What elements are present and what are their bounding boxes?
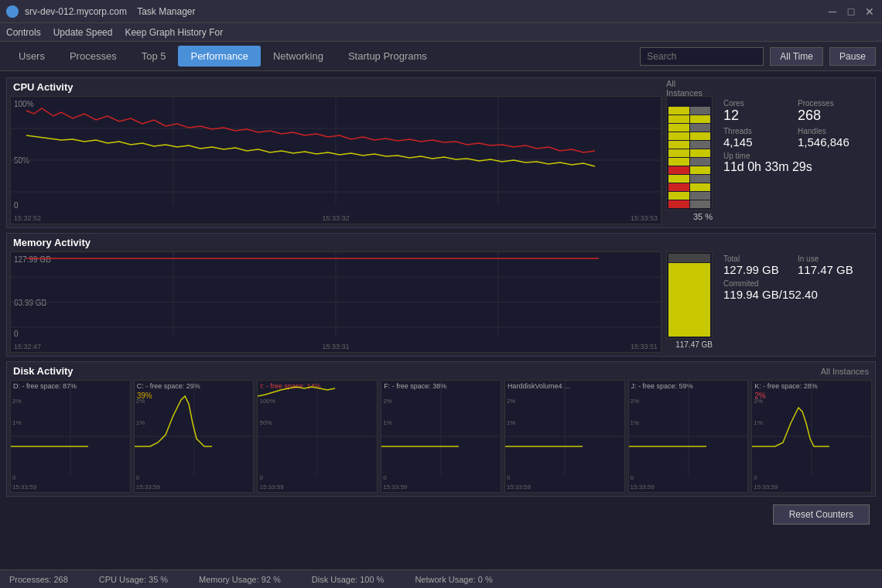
total-value: 127.99 GB bbox=[723, 263, 779, 276]
tab-users[interactable]: Users bbox=[6, 46, 57, 67]
toolbar-right: All Time Pause bbox=[640, 47, 876, 66]
memory-bar-area: 117.47 GB bbox=[666, 251, 713, 353]
handles-label: Handles bbox=[798, 127, 866, 135]
handles-value: 1,546,846 bbox=[798, 135, 850, 149]
server-name: srv-dev-012.mycorp.com bbox=[25, 6, 127, 17]
memory-used-label: 117.47 GB bbox=[666, 339, 713, 349]
disk-svg-4 bbox=[505, 381, 624, 492]
threads-label: Threads bbox=[723, 127, 791, 135]
stat-cores: Cores 12 bbox=[723, 99, 791, 124]
status-memory: Memory Usage: 92 % bbox=[199, 575, 281, 584]
disk-chart-2: I: - free space: 14% 100% 50% 0 15:33:59 bbox=[257, 380, 378, 493]
memory-header: Memory Activity bbox=[7, 234, 875, 251]
stat-in-use: In use 117.47 GB bbox=[798, 255, 866, 276]
cpu-chart-svg bbox=[11, 97, 661, 224]
tab-networking[interactable]: Networking bbox=[261, 46, 336, 67]
disk-chart-3: F: - free space: 38% 2% 1% 0 15:33:59 bbox=[381, 380, 501, 493]
disk-svg-2 bbox=[258, 381, 377, 492]
disk-chart-4: HarddiskVolume4 ... 2% 1% 0 15:33:59 bbox=[504, 380, 625, 493]
reset-btn-area: Reset Counters bbox=[6, 501, 876, 528]
in-use-value: 117.47 GB bbox=[798, 263, 853, 276]
threads-value: 4,145 bbox=[723, 135, 753, 149]
cpu-stats: Cores 12 Processes 268 Threads 4,145 Han… bbox=[717, 96, 872, 224]
status-processes: Processes: 268 bbox=[9, 575, 68, 584]
disk-body: D: - free space: 87% 2% 1% 0 15:33:59 C:… bbox=[7, 380, 875, 496]
disk-svg-5 bbox=[629, 381, 748, 492]
stat-total: Total 127.99 GB bbox=[723, 255, 791, 276]
disk-svg-1 bbox=[135, 381, 254, 492]
processes-value: 268 bbox=[798, 108, 821, 123]
total-label: Total bbox=[723, 255, 791, 263]
memory-title: Memory Activity bbox=[13, 237, 91, 248]
tab-top5[interactable]: Top 5 bbox=[129, 46, 179, 67]
memory-chart-svg bbox=[11, 252, 661, 352]
tab-processes[interactable]: Processes bbox=[57, 46, 129, 67]
committed-label: Commited bbox=[723, 279, 866, 288]
tab-startup[interactable]: Startup Programs bbox=[336, 46, 439, 67]
toolbar: Users Processes Top 5 Performance Networ… bbox=[0, 42, 882, 71]
processes-label: Processes bbox=[798, 99, 866, 108]
memory-stats: Total 127.99 GB In use 117.47 GB Commite… bbox=[717, 251, 872, 353]
disk-chart-6: K: - free space: 28% 2% 2% 1% 0 15:33:59 bbox=[751, 380, 872, 493]
stat-processes: Processes 268 bbox=[798, 99, 866, 124]
cores-label: Cores bbox=[723, 99, 791, 108]
app-title: Task Manager bbox=[137, 6, 195, 17]
stat-threads: Threads 4,145 bbox=[723, 127, 791, 149]
menu-graph-history[interactable]: Keep Graph History For bbox=[125, 27, 223, 38]
disk-chart-1: C: - free space: 29% 39% 2% 1% 0 15:33:5… bbox=[134, 380, 255, 493]
maximize-button[interactable]: □ bbox=[845, 5, 857, 18]
search-input[interactable] bbox=[640, 47, 764, 66]
memory-body: 127.99 GB 63.99 GB 0 15:32:47 15:33:31 1… bbox=[7, 251, 875, 356]
committed-value: 119.94 GB/152.40 bbox=[723, 288, 818, 301]
disk-title: Disk Activity bbox=[13, 365, 74, 377]
memory-chart: 127.99 GB 63.99 GB 0 15:32:47 15:33:31 1… bbox=[10, 251, 662, 353]
disk-all-instances: All Instances bbox=[821, 367, 869, 376]
main-content: CPU Activity 100% 50% 0 15:32:52 15:33:3… bbox=[0, 71, 882, 569]
menu-update-speed[interactable]: Update Speed bbox=[53, 27, 113, 38]
cpu-section: CPU Activity 100% 50% 0 15:32:52 15:33:3… bbox=[6, 77, 876, 228]
disk-chart-5: J: - free space: 59% 2% 1% 0 15:33:59 bbox=[628, 380, 749, 493]
cpu-percent: 35 % bbox=[666, 210, 713, 221]
minimize-button[interactable]: ─ bbox=[826, 5, 839, 18]
reset-counters-button[interactable]: Reset Counters bbox=[773, 504, 870, 525]
close-button[interactable]: ✕ bbox=[863, 5, 876, 18]
cpu-bar-area: All Instances bbox=[666, 96, 713, 224]
stat-handles: Handles 1,546,846 bbox=[798, 127, 866, 149]
cpu-bar-row bbox=[668, 200, 710, 208]
disk-chart-0: D: - free space: 87% 2% 1% 0 15:33:59 bbox=[10, 380, 131, 493]
cpu-bars bbox=[666, 96, 713, 210]
tab-performance[interactable]: Performance bbox=[178, 46, 260, 67]
status-cpu: CPU Usage: 35 % bbox=[99, 575, 168, 584]
memory-bars bbox=[666, 251, 713, 339]
status-bar: Processes: 268 CPU Usage: 35 % Memory Us… bbox=[0, 569, 882, 588]
menu-bar: Controls Update Speed Keep Graph History… bbox=[0, 23, 882, 42]
disk-header-row: Disk Activity All Instances bbox=[7, 362, 875, 380]
status-network: Network Usage: 0 % bbox=[415, 575, 492, 584]
stat-uptime: Up time 11d 0h 33m 29s bbox=[723, 152, 866, 174]
title-bar: srv-dev-012.mycorp.com Task Manager ─ □ … bbox=[0, 0, 882, 23]
uptime-label: Up time bbox=[723, 152, 866, 160]
window-controls[interactable]: ─ □ ✕ bbox=[826, 5, 876, 18]
cpu-chart: 100% 50% 0 15:32:52 15:33:32 15:33:53 bbox=[10, 96, 662, 224]
cpu-header: CPU Activity bbox=[7, 78, 875, 96]
app-icon bbox=[6, 5, 19, 18]
cpu-body: 100% 50% 0 15:32:52 15:33:32 15:33:53 bbox=[7, 96, 875, 227]
cpu-title: CPU Activity bbox=[13, 81, 74, 93]
status-disk: Disk Usage: 100 % bbox=[312, 575, 385, 584]
menu-controls[interactable]: Controls bbox=[6, 27, 41, 38]
pause-button[interactable]: Pause bbox=[829, 47, 876, 66]
stat-committed: Commited 119.94 GB/152.40 bbox=[723, 279, 866, 301]
memory-section: Memory Activity 127.99 GB 63.99 GB 0 15:… bbox=[6, 233, 876, 357]
all-instances-label: All Instances bbox=[666, 79, 713, 97]
tab-bar: Users Processes Top 5 Performance Networ… bbox=[6, 46, 640, 67]
uptime-value: 11d 0h 33m 29s bbox=[723, 160, 812, 173]
cores-value: 12 bbox=[723, 108, 739, 123]
all-time-button[interactable]: All Time bbox=[770, 47, 823, 66]
disk-svg-3 bbox=[381, 381, 501, 492]
title-bar-text: srv-dev-012.mycorp.com Task Manager bbox=[25, 6, 826, 17]
disk-svg-6 bbox=[752, 381, 871, 492]
in-use-label: In use bbox=[798, 255, 866, 263]
disk-section: Disk Activity All Instances D: - free sp… bbox=[6, 361, 876, 497]
disk-svg-0 bbox=[11, 381, 130, 492]
